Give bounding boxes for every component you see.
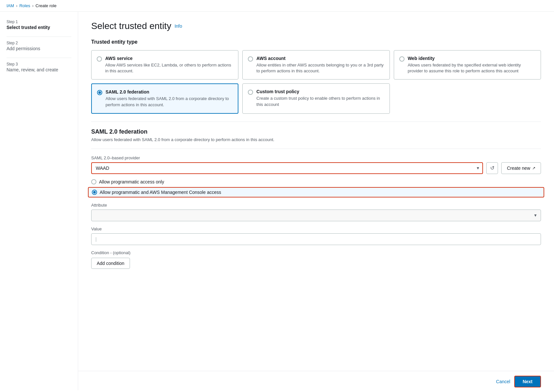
programmatic-only-radio — [91, 179, 96, 184]
create-new-label: Create new — [507, 166, 530, 171]
programmatic-console-radio — [92, 190, 97, 195]
sidebar-step-3: Step 3 Name, review, and create — [7, 62, 71, 72]
sidebar-step-2: Step 2 Add permissions — [7, 41, 71, 51]
entity-card-name-aws-service: AWS service — [105, 56, 233, 61]
entity-card-desc-aws-service: Allow AWS services like EC2, Lambda, or … — [105, 62, 233, 74]
provider-select-wrapper: WAAD ▼ — [91, 162, 483, 174]
entity-card-radio-web-identity — [399, 56, 405, 62]
entity-card-aws-account[interactable]: AWS account Allow entities in other AWS … — [242, 50, 390, 80]
entity-card-name-aws-account: AWS account — [256, 56, 384, 61]
entity-card-radio-aws-service — [97, 56, 102, 62]
entity-card-desc-web-identity: Allows users federated by the specified … — [408, 62, 535, 74]
saml-section: SAML 2.0 federation Allow users federate… — [91, 128, 541, 269]
entity-card-name-custom-trust: Custom trust policy — [256, 89, 384, 94]
entity-card-desc-custom-trust: Create a custom trust policy to enable o… — [256, 95, 384, 107]
value-input[interactable] — [91, 233, 541, 245]
sidebar-step-2-title: Add permissions — [7, 46, 71, 51]
provider-label: SAML 2.0–based provider — [91, 155, 541, 160]
entity-cards-grid: AWS service Allow AWS services like EC2,… — [91, 50, 541, 114]
provider-select[interactable]: WAAD — [91, 162, 483, 174]
entity-card-saml-federation[interactable]: SAML 2.0 federation Allow users federate… — [91, 83, 238, 113]
section-divider — [91, 122, 541, 122]
entity-card-radio-saml-federation — [97, 90, 102, 95]
entity-card-name-saml-federation: SAML 2.0 federation — [106, 89, 233, 94]
breadcrumb-roles[interactable]: Roles — [19, 3, 30, 8]
cancel-button[interactable]: Cancel — [496, 379, 510, 384]
external-link-icon: ↗ — [532, 166, 535, 170]
sidebar-divider-2 — [7, 58, 71, 58]
sidebar-step-1-title: Select trusted entity — [7, 25, 71, 30]
page-title: Select trusted entity — [91, 21, 171, 31]
main-content: Select trusted entity Info Trusted entit… — [78, 12, 554, 390]
sidebar-step-2-label: Step 2 — [7, 41, 71, 45]
sidebar-divider-1 — [7, 36, 71, 37]
entity-card-web-identity[interactable]: Web identity Allows users federated by t… — [394, 50, 541, 80]
breadcrumb-sep-1: › — [16, 3, 17, 8]
refresh-button[interactable]: ↺ — [486, 162, 498, 174]
programmatic-console-option[interactable]: Allow programmatic and AWS Management Co… — [88, 187, 544, 197]
sidebar: Step 1 Select trusted entity Step 2 Add … — [0, 12, 78, 390]
info-link[interactable]: Info — [175, 23, 182, 29]
entity-card-custom-trust[interactable]: Custom trust policy Create a custom trus… — [242, 83, 390, 113]
breadcrumb-current: Create role — [36, 3, 56, 8]
next-button[interactable]: Next — [514, 376, 541, 387]
breadcrumb: IAM › Roles › Create role — [0, 0, 554, 12]
entity-card-desc-aws-account: Allow entities in other AWS accounts bel… — [256, 62, 384, 74]
entity-card-aws-service[interactable]: AWS service Allow AWS services like EC2,… — [91, 50, 238, 80]
entity-card-radio-aws-account — [248, 56, 253, 62]
breadcrumb-sep-2: › — [32, 3, 34, 8]
value-label: Value — [91, 226, 541, 231]
programmatic-only-option[interactable]: Allow programmatic access only — [91, 179, 541, 184]
attribute-select-wrapper: ▼ — [91, 210, 541, 221]
saml-divider — [91, 149, 541, 149]
refresh-icon: ↺ — [490, 165, 494, 171]
breadcrumb-iam[interactable]: IAM — [7, 3, 14, 8]
sidebar-step-1: Step 1 Select trusted entity — [7, 20, 71, 30]
programmatic-only-label: Allow programmatic access only — [99, 179, 164, 184]
entity-card-name-web-identity: Web identity — [408, 56, 535, 61]
entity-card-radio-custom-trust — [248, 90, 253, 95]
add-condition-button[interactable]: Add condition — [91, 258, 130, 269]
access-options: Allow programmatic access only Allow pro… — [91, 179, 541, 197]
entity-card-desc-saml-federation: Allow users federated with SAML 2.0 from… — [106, 96, 233, 108]
trusted-entity-section-title: Trusted entity type — [91, 39, 541, 45]
sidebar-step-3-title: Name, review, and create — [7, 67, 71, 72]
saml-description: Allow users federated with SAML 2.0 from… — [91, 137, 541, 142]
sidebar-step-3-label: Step 3 — [7, 62, 71, 66]
attribute-arrow: ▼ — [533, 213, 537, 218]
sidebar-step-1-label: Step 1 — [7, 20, 71, 24]
trusted-entity-section: Trusted entity type AWS service Allow AW… — [91, 39, 541, 114]
attribute-label: Attribute — [91, 203, 541, 208]
saml-title: SAML 2.0 federation — [91, 128, 541, 135]
programmatic-console-label: Allow programmatic and AWS Management Co… — [100, 190, 221, 195]
footer: Cancel Next — [78, 371, 554, 390]
create-new-button[interactable]: Create new ↗ — [501, 162, 541, 174]
condition-label: Condition - (optional) — [91, 250, 541, 255]
